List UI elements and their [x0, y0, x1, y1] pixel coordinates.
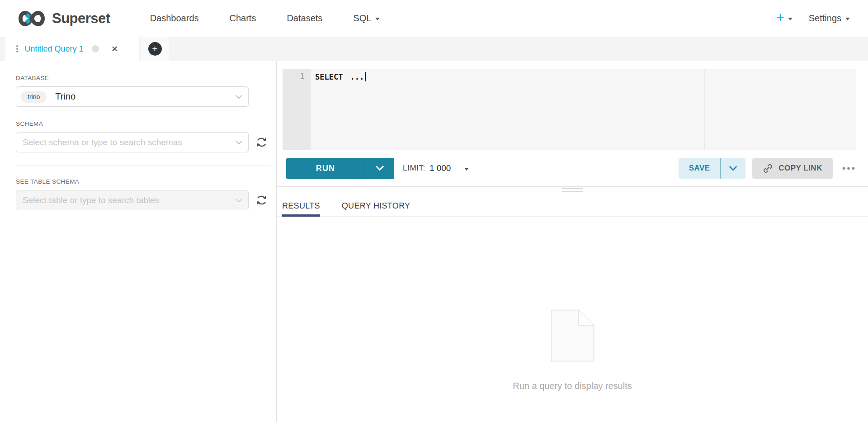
- database-field-group: DATABASE trino Trino: [16, 75, 276, 107]
- nav-dashboards-label: Dashboards: [150, 13, 199, 24]
- chevron-down-icon: [788, 18, 793, 20]
- pane-divider: [277, 186, 868, 187]
- document-icon: [551, 309, 594, 362]
- limit-dropdown[interactable]: LIMIT: 1 000: [403, 163, 469, 173]
- plus-icon: +: [776, 10, 784, 24]
- chevron-down-icon: [236, 95, 242, 99]
- query-tab-strip: Untitled Query 1 ✕ +: [0, 37, 868, 61]
- schema-label: SCHEMA: [16, 120, 276, 127]
- editor-code-line: SELECT...: [311, 69, 856, 83]
- query-status-dot: [92, 45, 99, 52]
- superset-infinity-icon: [17, 10, 47, 27]
- table-select-placeholder: Select table or type to search tables: [21, 195, 159, 205]
- superset-logo[interactable]: Superset: [17, 10, 110, 27]
- database-select-value: Trino: [55, 91, 75, 102]
- settings-menu[interactable]: Settings: [809, 13, 850, 24]
- table-field-group: SEE TABLE SCHEMA Select table or type to…: [16, 178, 276, 210]
- nav-datasets-label: Datasets: [287, 13, 322, 24]
- top-navbar: Superset Dashboards Charts Datasets SQL …: [0, 0, 868, 37]
- refresh-schemas-icon[interactable]: [255, 136, 268, 148]
- line-number: 1: [300, 71, 305, 81]
- run-button-group: RUN: [286, 158, 394, 179]
- table-select[interactable]: Select table or type to search tables: [16, 190, 249, 210]
- chevron-down-icon: [729, 166, 737, 171]
- refresh-tables-icon[interactable]: [255, 194, 268, 206]
- caret-down-icon: [464, 168, 469, 171]
- limit-label: LIMIT:: [403, 164, 425, 173]
- main-nav: Dashboards Charts Datasets SQL: [150, 13, 380, 24]
- limit-value: 1 000: [429, 163, 451, 173]
- database-engine-badge: trino: [21, 91, 47, 103]
- empty-state-message: Run a query to display results: [513, 381, 632, 391]
- database-label: DATABASE: [16, 75, 276, 81]
- chevron-down-icon: [376, 166, 384, 171]
- run-options-button[interactable]: [365, 158, 394, 179]
- toolbar-right-group: SAVE COPY LINK •••: [679, 158, 856, 179]
- editor-wrapper: 1 SELECT...: [277, 61, 868, 150]
- editor-toolbar: RUN LIMIT: 1 000 SAVE: [277, 150, 868, 186]
- navbar-right: + Settings: [776, 12, 850, 24]
- main-area: DATABASE trino Trino SCHEMA Select schem…: [0, 61, 868, 422]
- tab-results[interactable]: RESULTS: [282, 201, 320, 217]
- chevron-down-icon: [375, 18, 380, 20]
- schema-select[interactable]: Select schema or type to search schemas: [16, 132, 249, 152]
- settings-label: Settings: [809, 13, 841, 24]
- more-options-icon[interactable]: •••: [842, 163, 856, 174]
- save-button-group: SAVE: [679, 158, 745, 179]
- table-schema-label: SEE TABLE SCHEMA: [16, 178, 276, 185]
- nav-sql-menu[interactable]: SQL: [353, 13, 380, 24]
- resize-drag-handle-icon[interactable]: [562, 188, 583, 192]
- save-button[interactable]: SAVE: [679, 158, 720, 179]
- nav-charts-label: Charts: [230, 13, 256, 24]
- sqllab-right-pane: 1 SELECT... RUN LIMIT: 1 000: [277, 61, 868, 422]
- tab-untitled-query-1[interactable]: Untitled Query 1 ✕: [5, 37, 139, 61]
- add-tab-button[interactable]: +: [141, 37, 169, 61]
- nav-charts[interactable]: Charts: [230, 13, 256, 24]
- database-select[interactable]: trino Trino: [16, 86, 249, 107]
- sql-code-rest: ...: [350, 72, 364, 81]
- panel-divider: [16, 165, 270, 166]
- nav-dashboards[interactable]: Dashboards: [150, 13, 199, 24]
- results-tab-bar: RESULTS QUERY HISTORY: [277, 201, 868, 217]
- save-options-button[interactable]: [720, 158, 745, 179]
- nav-datasets[interactable]: Datasets: [287, 13, 322, 24]
- copy-link-label: COPY LINK: [778, 164, 822, 173]
- link-icon: [763, 163, 773, 174]
- editor-print-margin: [704, 69, 705, 150]
- tab-query-history[interactable]: QUERY HISTORY: [342, 201, 410, 217]
- sql-editor[interactable]: 1 SELECT...: [283, 69, 856, 150]
- sqllab-left-panel: DATABASE trino Trino SCHEMA Select schem…: [0, 61, 277, 422]
- chevron-down-icon: [236, 198, 242, 203]
- copy-link-button[interactable]: COPY LINK: [752, 158, 833, 179]
- text-cursor: [365, 72, 366, 81]
- editor-gutter: 1: [283, 69, 311, 150]
- chevron-down-icon: [845, 18, 850, 20]
- plus-circle-icon: +: [148, 42, 162, 56]
- tab-menu-kebab-icon[interactable]: [16, 45, 18, 52]
- results-empty-state: Run a query to display results: [277, 309, 868, 391]
- nav-sql-label: SQL: [353, 13, 371, 24]
- schema-field-group: SCHEMA Select schema or type to search s…: [16, 120, 276, 152]
- sql-keyword: SELECT: [315, 72, 343, 81]
- run-button[interactable]: RUN: [286, 158, 365, 179]
- schema-select-placeholder: Select schema or type to search schemas: [21, 138, 182, 147]
- brand-name: Superset: [52, 10, 110, 27]
- query-tab-label: Untitled Query 1: [25, 44, 84, 54]
- chevron-down-icon: [236, 140, 242, 145]
- close-tab-icon[interactable]: ✕: [112, 44, 118, 54]
- new-item-menu[interactable]: +: [776, 12, 793, 24]
